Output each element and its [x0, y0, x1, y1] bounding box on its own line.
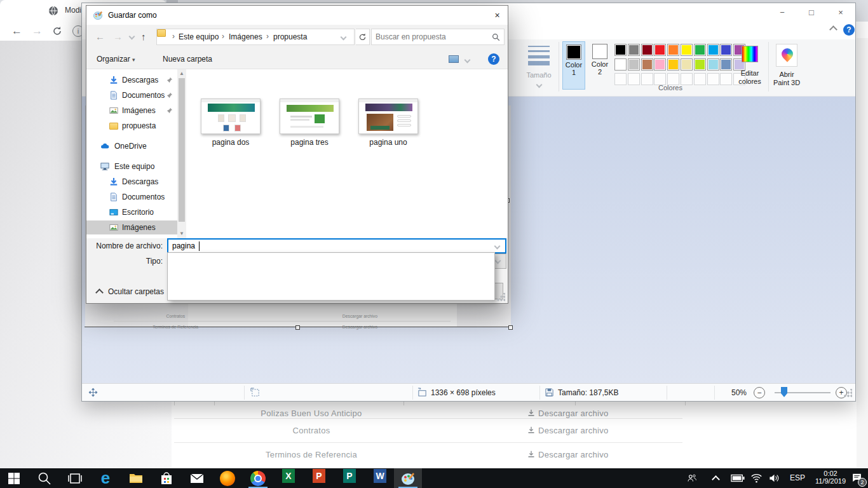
browser-back-icon[interactable]: ←: [11, 25, 22, 37]
organize-button[interactable]: Organizar ▾: [97, 55, 135, 64]
minimize-button[interactable]: −: [768, 3, 797, 22]
view-mode-icon[interactable]: [449, 55, 459, 63]
sidebar-scroll-thumb[interactable]: [179, 78, 185, 222]
sidebar-item-propuesta[interactable]: propuesta: [86, 119, 177, 133]
breadcrumb-item[interactable]: propuesta: [273, 32, 307, 41]
refresh-button[interactable]: [356, 29, 370, 45]
sidebar-item-onedrive[interactable]: OneDrive: [86, 139, 177, 153]
battery-icon[interactable]: [731, 474, 745, 482]
sidebar-item-descargas-pc[interactable]: Descargas: [86, 175, 177, 189]
dialog-close-button[interactable]: ×: [487, 6, 508, 25]
browser-reload-icon[interactable]: [52, 26, 62, 36]
file-pagina-tres[interactable]: pagina tres: [275, 98, 344, 147]
file-pagina-dos[interactable]: pagina dos: [196, 98, 266, 147]
filename-autocomplete-dropdown[interactable]: [167, 252, 495, 301]
volume-icon[interactable]: [769, 473, 780, 483]
download-link[interactable]: Descargar archivo: [527, 450, 686, 459]
action-center-icon[interactable]: 2: [851, 472, 864, 485]
browser-forward-icon[interactable]: →: [32, 25, 43, 37]
color2-button[interactable]: Color 2: [588, 41, 611, 90]
selection-handle[interactable]: [295, 325, 300, 330]
address-dropdown-icon[interactable]: [341, 34, 347, 41]
size-button[interactable]: Tamaño: [520, 42, 557, 93]
palette-swatch[interactable]: [707, 58, 719, 71]
nav-back-icon[interactable]: ←: [95, 31, 105, 42]
tray-expand-icon[interactable]: [713, 477, 719, 482]
powerpoint-button[interactable]: P: [305, 468, 333, 488]
palette-swatch[interactable]: [641, 58, 653, 71]
palette-swatch[interactable]: [720, 44, 732, 56]
palette-swatch[interactable]: [707, 44, 719, 56]
open-paint3d-button[interactable]: Abrir Paint 3D: [772, 43, 801, 91]
nav-history-chevron-icon[interactable]: [129, 34, 135, 40]
sidebar-item-documentos[interactable]: Documentos: [86, 88, 177, 102]
palette-swatch[interactable]: [720, 58, 732, 71]
file-explorer-button[interactable]: [122, 468, 150, 488]
search-box[interactable]: [371, 29, 505, 45]
sidebar-item-imagenes-pc[interactable]: Imágenes: [86, 220, 177, 234]
scroll-down-icon[interactable]: ▼: [179, 231, 184, 236]
palette-swatch[interactable]: [628, 44, 640, 56]
publisher-button[interactable]: P: [336, 468, 363, 488]
taskbar-search-button[interactable]: [31, 468, 58, 488]
task-view-button[interactable]: [61, 468, 89, 488]
palette-swatch[interactable]: [694, 58, 706, 71]
dialog-resize-grip[interactable]: [496, 293, 505, 302]
nav-forward-icon[interactable]: →: [113, 31, 123, 42]
breadcrumb-item[interactable]: Este equipo: [179, 32, 219, 41]
excel-button[interactable]: X: [275, 468, 302, 488]
palette-swatch[interactable]: [654, 44, 666, 56]
palette-swatch[interactable]: [641, 44, 653, 56]
paint-help-icon[interactable]: ?: [843, 24, 855, 36]
download-link[interactable]: Descargar archivo: [527, 426, 686, 435]
filename-input[interactable]: pagina: [167, 238, 506, 254]
resize-grip-icon[interactable]: [843, 389, 852, 398]
download-link[interactable]: Descargar archivo: [527, 409, 686, 418]
palette-swatch[interactable]: [654, 58, 666, 71]
hide-folders-button[interactable]: Ocultar carpetas: [94, 286, 196, 299]
breadcrumb[interactable]: › Este equipo › Imágenes › propuesta: [156, 29, 355, 45]
view-mode-chevron-icon[interactable]: [465, 57, 471, 64]
chrome-button[interactable]: [244, 468, 272, 488]
breadcrumb-item[interactable]: Imágenes: [229, 32, 262, 41]
sidebar-item-imagenes[interactable]: Imágenes: [86, 104, 177, 118]
paint-button[interactable]: [394, 468, 422, 488]
edit-colors-button[interactable]: Editar colores: [734, 41, 766, 92]
sidebar-item-documentos-pc[interactable]: Documentos: [86, 190, 177, 204]
collapse-ribbon-icon[interactable]: [831, 27, 838, 32]
palette-swatch[interactable]: [681, 58, 693, 71]
palette-swatch[interactable]: [681, 44, 693, 56]
scroll-up-icon[interactable]: ▲: [179, 71, 184, 76]
filename-dropdown-icon[interactable]: [494, 243, 501, 250]
people-icon[interactable]: [686, 473, 698, 484]
sidebar-item-escritorio[interactable]: Escritorio: [86, 205, 177, 219]
clock[interactable]: 0:02 11/9/2019: [811, 470, 850, 485]
word-button[interactable]: W: [366, 468, 394, 488]
selection-handle[interactable]: [508, 325, 513, 330]
zoom-slider-thumb[interactable]: [781, 387, 787, 397]
file-pagina-uno[interactable]: pagina uno: [353, 98, 423, 147]
firefox-button[interactable]: [214, 468, 241, 488]
store-button[interactable]: [153, 468, 180, 488]
close-button[interactable]: ×: [826, 3, 855, 22]
wifi-icon[interactable]: [751, 473, 762, 483]
palette-swatch[interactable]: [628, 58, 640, 71]
dialog-help-icon[interactable]: ?: [488, 53, 499, 65]
browser-scrollbar[interactable]: ▲: [857, 38, 868, 468]
palette-swatch[interactable]: [614, 58, 627, 71]
sidebar-item-descargas[interactable]: Descargas: [86, 73, 177, 87]
palette-swatch[interactable]: [694, 44, 706, 56]
color1-button[interactable]: Color 1: [562, 41, 585, 90]
nav-up-icon[interactable]: ↑: [141, 31, 146, 42]
new-folder-button[interactable]: Nueva carpeta: [163, 55, 212, 64]
palette-swatch[interactable]: [667, 58, 679, 71]
zoom-out-button[interactable]: −: [754, 387, 765, 398]
sidebar-item-este-equipo[interactable]: Este equipo: [86, 159, 177, 173]
edge-button[interactable]: e: [92, 468, 119, 488]
language-indicator[interactable]: ESP: [790, 473, 805, 482]
start-button[interactable]: [0, 468, 28, 488]
maximize-button[interactable]: □: [797, 3, 826, 22]
dialog-titlebar[interactable]: Guardar como ×: [86, 6, 508, 25]
search-input[interactable]: [376, 31, 489, 43]
mail-button[interactable]: [183, 468, 211, 488]
